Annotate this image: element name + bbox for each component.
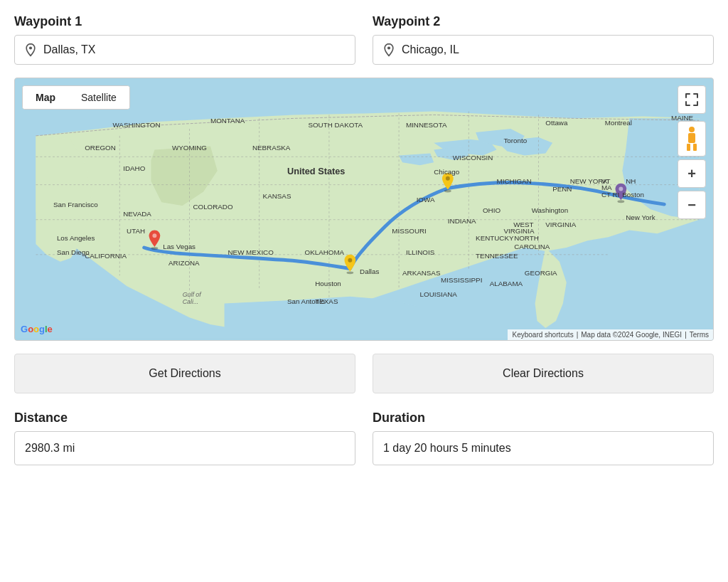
map-right-controls: + − <box>678 121 706 219</box>
map-tab-switcher: Map Satellite <box>22 85 130 110</box>
svg-text:LOUISIANA: LOUISIANA <box>420 290 458 298</box>
svg-text:COLORADO: COLORADO <box>193 203 233 211</box>
svg-text:Ottawa: Ottawa <box>545 119 568 127</box>
svg-text:VIRGINIA: VIRGINIA <box>503 227 535 235</box>
svg-text:NEBRASKA: NEBRASKA <box>252 144 291 152</box>
svg-text:Gulf of: Gulf of <box>183 291 203 298</box>
svg-point-14 <box>346 271 353 274</box>
expand-icon <box>685 93 698 106</box>
duration-value: 1 day 20 hours 5 minutes <box>373 431 714 465</box>
svg-text:MISSISSIPPI: MISSISSIPPI <box>441 276 482 284</box>
pegman-icon <box>683 126 700 152</box>
waypoint2-label: Waypoint 2 <box>373 14 714 29</box>
svg-text:MICHIGAN: MICHIGAN <box>497 177 532 185</box>
distance-label: Distance <box>14 411 355 425</box>
terms-link[interactable]: Terms <box>690 331 709 339</box>
svg-text:New York: New York <box>626 213 655 221</box>
waypoint1-label: Waypoint 1 <box>14 14 355 29</box>
svg-text:ARKANSAS: ARKANSAS <box>402 269 441 277</box>
svg-text:ALABAMA: ALABAMA <box>490 280 523 287</box>
info-row: Distance 2980.3 mi Duration 1 day 20 hou… <box>14 411 714 465</box>
map-svg: United States San Francisco Los Angeles … <box>15 78 713 340</box>
location-icon-1 <box>23 43 38 57</box>
waypoint2-input[interactable] <box>402 43 705 56</box>
svg-text:CAROLINA: CAROLINA <box>514 243 550 250</box>
svg-text:NH: NH <box>626 177 636 185</box>
main-container: Waypoint 1 Waypoint 2 <box>14 14 714 465</box>
zoom-out-button[interactable]: − <box>678 191 706 219</box>
duration-label: Duration <box>373 411 714 425</box>
map-tab-map[interactable]: Map <box>23 86 68 109</box>
map-container[interactable]: United States San Francisco Los Angeles … <box>14 78 714 341</box>
svg-text:CALIFORNIA: CALIFORNIA <box>85 252 127 260</box>
svg-rect-85 <box>688 133 695 143</box>
svg-text:NORTH: NORTH <box>514 234 539 242</box>
svg-point-1 <box>387 46 390 49</box>
svg-text:TEXAS: TEXAS <box>315 297 338 305</box>
svg-text:NEW MEXICO: NEW MEXICO <box>228 248 274 256</box>
waypoint2-input-wrapper <box>373 35 714 65</box>
svg-rect-86 <box>687 144 690 151</box>
waypoint1-input-wrapper <box>14 35 355 65</box>
expand-button[interactable] <box>678 85 706 114</box>
svg-text:Los Angeles: Los Angeles <box>57 234 95 242</box>
keyboard-shortcuts-link[interactable]: Keyboard shortcuts <box>512 331 573 339</box>
waypoint2-group: Waypoint 2 <box>373 14 714 65</box>
svg-text:Boston: Boston <box>622 191 644 199</box>
svg-text:MINNESOTA: MINNESOTA <box>406 121 447 129</box>
svg-text:San Francisco: San Francisco <box>53 201 98 208</box>
svg-text:KENTUCKY: KENTUCKY <box>476 234 514 242</box>
svg-text:UTAH: UTAH <box>127 227 145 235</box>
svg-text:Montreal: Montreal <box>605 119 632 127</box>
location-icon-2 <box>382 43 396 57</box>
svg-point-0 <box>29 46 32 49</box>
svg-text:WASHINGTON: WASHINGTON <box>112 121 160 129</box>
svg-text:IDAHO: IDAHO <box>123 164 145 172</box>
svg-text:IOWA: IOWA <box>417 196 435 203</box>
svg-text:MA: MA <box>601 184 612 191</box>
svg-text:Dallas: Dallas <box>360 268 379 275</box>
svg-text:INDIANA: INDIANA <box>448 217 476 225</box>
duration-group: Duration 1 day 20 hours 5 minutes <box>373 411 714 465</box>
waypoints-row: Waypoint 1 Waypoint 2 <box>14 14 714 65</box>
google-logo: Google <box>21 324 53 334</box>
map-attribution: Keyboard shortcuts | Map data ©2024 Goog… <box>508 329 713 340</box>
zoom-in-button[interactable]: + <box>678 159 706 188</box>
svg-text:KANSAS: KANSAS <box>263 192 291 200</box>
svg-text:WISCONSIN: WISCONSIN <box>453 154 493 162</box>
svg-point-21 <box>152 233 156 238</box>
svg-text:Cali...: Cali... <box>183 298 199 305</box>
get-directions-button[interactable]: Get Directions <box>14 354 355 393</box>
svg-text:CT RI: CT RI <box>601 191 619 199</box>
svg-text:Houston: Houston <box>315 280 341 287</box>
svg-point-15 <box>348 258 352 263</box>
svg-point-20 <box>151 247 158 250</box>
svg-text:SOUTH DAKOTA: SOUTH DAKOTA <box>308 121 363 129</box>
map-tab-satellite[interactable]: Satellite <box>68 86 129 109</box>
svg-text:ARIZONA: ARIZONA <box>168 259 200 267</box>
pegman-button[interactable] <box>678 121 706 157</box>
svg-text:NEVADA: NEVADA <box>123 210 151 218</box>
svg-text:OREGON: OREGON <box>85 144 116 152</box>
svg-text:WYOMING: WYOMING <box>172 144 207 152</box>
distance-value: 2980.3 mi <box>14 431 355 465</box>
svg-point-16 <box>444 190 451 193</box>
map-top-right-controls <box>678 85 706 114</box>
svg-text:VIRGINIA: VIRGINIA <box>545 221 577 228</box>
clear-directions-button[interactable]: Clear Directions <box>373 354 714 393</box>
svg-text:OKLAHOMA: OKLAHOMA <box>305 248 345 256</box>
waypoint1-group: Waypoint 1 <box>14 14 355 65</box>
svg-text:ILLINOIS: ILLINOIS <box>406 248 435 256</box>
svg-text:MISSOURI: MISSOURI <box>392 227 427 235</box>
svg-text:United States: United States <box>287 166 345 176</box>
svg-rect-87 <box>693 144 697 151</box>
waypoint1-input[interactable] <box>43 43 346 56</box>
distance-group: Distance 2980.3 mi <box>14 411 355 465</box>
svg-text:Washington: Washington <box>532 206 568 214</box>
svg-point-18 <box>617 200 624 203</box>
svg-text:PENN: PENN <box>552 185 572 193</box>
svg-text:VT: VT <box>601 177 611 185</box>
map-data-text: Map data ©2024 Google, INEGI <box>581 331 682 339</box>
svg-text:OHIO: OHIO <box>483 206 500 214</box>
svg-text:MONTANA: MONTANA <box>210 117 245 125</box>
